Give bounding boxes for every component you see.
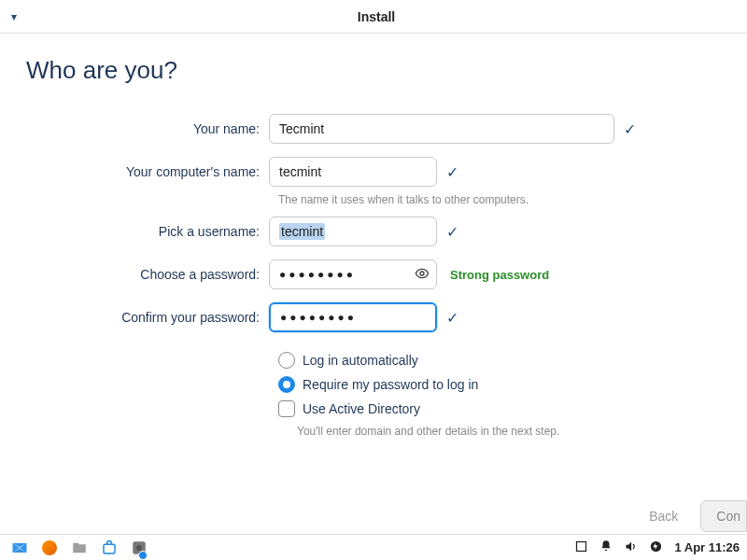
svg-point-0 xyxy=(420,272,424,275)
checkbox-active-directory[interactable]: Use Active Directory xyxy=(278,400,721,417)
row-password: Choose a password: ●●●●●●●● Strong passw… xyxy=(26,259,721,290)
check-icon: ✓ xyxy=(446,309,458,327)
row-computer-name: Your computer's name: ✓ xyxy=(26,156,721,188)
desktop-icon[interactable] xyxy=(574,539,588,556)
checkbox-ad-label: Use Active Directory xyxy=(303,401,420,416)
radio-auto-login[interactable]: Log in automatically xyxy=(278,352,721,369)
password-dots: ●●●●●●●● xyxy=(279,268,356,281)
label-password: Choose a password: xyxy=(26,267,269,282)
svg-point-3 xyxy=(136,545,142,551)
clock[interactable]: 1 Apr 11:26 xyxy=(674,540,740,554)
label-confirm-password: Confirm your password: xyxy=(26,310,269,325)
radio-auto-login-label: Log in automatically xyxy=(303,353,418,368)
radio-require-password-label: Require my password to log in xyxy=(303,377,478,392)
notifications-icon[interactable] xyxy=(599,539,613,555)
files-icon[interactable] xyxy=(67,538,92,558)
installer-content: Who are you? Your name: ✓ Your computer'… xyxy=(0,34,747,438)
hint-computer-name: The name it uses when it talks to other … xyxy=(278,193,721,206)
check-icon: ✓ xyxy=(446,163,458,181)
taskbar: 1 Apr 11:26 xyxy=(0,534,747,560)
confirm-password-dots: ●●●●●●●● xyxy=(280,311,357,324)
svg-rect-1 xyxy=(104,544,115,553)
radio-icon xyxy=(278,376,295,393)
input-password[interactable]: ●●●●●●●● xyxy=(269,259,437,289)
row-username: Pick a username: tecmint ✓ xyxy=(26,216,721,247)
username-selected-text: tecmint xyxy=(279,223,325,240)
input-username[interactable]: tecmint xyxy=(269,217,437,246)
label-computer-name: Your computer's name: xyxy=(26,164,269,179)
volume-icon[interactable] xyxy=(624,539,638,556)
nav-buttons: Back Con xyxy=(636,500,747,532)
radio-require-password[interactable]: Require my password to log in xyxy=(278,376,721,393)
row-your-name: Your name: ✓ xyxy=(26,113,721,145)
input-your-name[interactable] xyxy=(269,114,614,144)
power-icon[interactable] xyxy=(649,539,663,556)
installer-app-icon[interactable] xyxy=(127,538,151,558)
firefox-icon[interactable] xyxy=(37,538,62,558)
input-computer-name[interactable] xyxy=(269,157,437,187)
checkbox-icon xyxy=(278,400,295,417)
svg-rect-4 xyxy=(577,541,586,551)
window-title: Install xyxy=(17,9,736,24)
label-your-name: Your name: xyxy=(26,121,269,136)
taskbar-right: 1 Apr 11:26 xyxy=(574,539,740,556)
continue-button[interactable]: Con xyxy=(700,500,747,532)
zorin-menu-icon[interactable] xyxy=(7,538,32,558)
radio-icon xyxy=(278,352,295,369)
check-icon: ✓ xyxy=(624,120,636,138)
input-confirm-password[interactable]: ●●●●●●●● xyxy=(269,302,437,332)
page-heading: Who are you? xyxy=(26,56,721,85)
back-button[interactable]: Back xyxy=(636,500,691,532)
password-strength: Strong password xyxy=(450,268,549,282)
check-icon: ✓ xyxy=(446,223,458,241)
notification-badge-icon xyxy=(138,551,148,560)
eye-icon[interactable] xyxy=(415,266,430,284)
software-icon[interactable] xyxy=(97,538,121,558)
titlebar: ▾ Install xyxy=(0,0,747,34)
hint-active-directory: You'll enter domain and other details in… xyxy=(297,425,721,438)
label-username: Pick a username: xyxy=(26,224,269,239)
row-confirm-password: Confirm your password: ●●●●●●●● ✓ xyxy=(26,301,721,333)
